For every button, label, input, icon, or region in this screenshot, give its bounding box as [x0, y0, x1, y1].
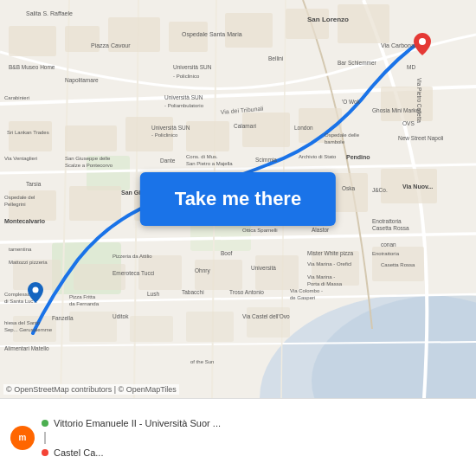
svg-text:Fanzella: Fanzella — [52, 315, 74, 321]
route-info: Vittorio Emanuele II - Università Suor .… — [42, 418, 466, 458]
svg-text:Uditok: Uditok — [113, 313, 129, 319]
svg-text:Cons. di Mus.: Cons. di Mus. — [186, 154, 218, 159]
svg-text:Via Pietro Colletta: Via Pietro Colletta — [416, 78, 422, 123]
origin-pin — [28, 282, 43, 303]
svg-text:Scalze a Pontecorvo: Scalze a Pontecorvo — [65, 163, 113, 168]
svg-text:da Fernanda: da Fernanda — [69, 301, 100, 306]
svg-text:Mattozzi pizzeria: Mattozzi pizzeria — [9, 260, 48, 265]
svg-point-134 — [33, 287, 39, 293]
map-attribution: © OpenStreetMap contributors | © OpenMap… — [3, 384, 179, 395]
svg-text:Scimmia: Scimmia — [255, 157, 277, 163]
svg-text:Ohnry: Ohnry — [195, 267, 210, 274]
svg-text:Via Nuov...: Via Nuov... — [402, 183, 433, 190]
svg-rect-22 — [9, 121, 52, 151]
svg-text:Università SUN: Università SUN — [164, 94, 203, 100]
svg-text:de Gasperi: de Gasperi — [290, 295, 315, 300]
destination-pin — [414, 33, 431, 55]
svg-text:MD: MD — [407, 64, 415, 70]
svg-text:Mister White pizza: Mister White pizza — [307, 250, 353, 257]
svg-text:Carabinieri: Carabinieri — [4, 95, 29, 100]
svg-text:Enotrattoria: Enotrattoria — [372, 251, 400, 256]
destination-dot — [42, 449, 48, 456]
svg-rect-15 — [9, 26, 56, 56]
svg-text:Via Marina - Oreficl: Via Marina - Oreficl — [307, 261, 351, 267]
svg-text:Lush: Lush — [147, 291, 159, 297]
svg-text:Emeroteca Tucci: Emeroteca Tucci — [113, 270, 154, 276]
svg-text:conan: conan — [381, 241, 396, 248]
svg-point-133 — [419, 38, 426, 45]
svg-text:Pizzeria da Attilio: Pizzeria da Attilio — [113, 254, 152, 259]
moovit-logo-icon: m — [10, 426, 35, 450]
bottom-bar: m Vittorio Emanuele II - Università Suor… — [0, 398, 476, 476]
svg-text:Via Marina -: Via Marina - — [307, 274, 335, 280]
svg-rect-28 — [381, 87, 433, 121]
moovit-logo: m — [10, 426, 35, 450]
svg-rect-25 — [186, 121, 229, 151]
svg-text:Sri Lankan Trades: Sri Lankan Trades — [7, 130, 49, 135]
svg-text:San Pietro a Majella: San Pietro a Majella — [186, 161, 233, 166]
svg-text:hiesa del Santo: hiesa del Santo — [4, 320, 41, 325]
svg-rect-30 — [69, 186, 121, 221]
svg-text:Troso Antonio: Troso Antonio — [229, 289, 264, 295]
svg-rect-44 — [69, 312, 117, 342]
svg-text:San Giuseppe delle: San Giuseppe delle — [65, 156, 111, 161]
svg-text:'O Wok: 'O Wok — [342, 99, 361, 105]
svg-text:- Policlinico: - Policlinico — [151, 132, 178, 138]
svg-text:Via Ventaglieri: Via Ventaglieri — [4, 156, 37, 161]
svg-text:Pizza Fritta: Pizza Fritta — [69, 294, 96, 299]
svg-rect-40 — [255, 255, 299, 290]
svg-text:Università SUN: Università SUN — [151, 125, 190, 131]
svg-text:Boof: Boof — [221, 250, 233, 256]
svg-rect-47 — [247, 307, 290, 338]
svg-text:London: London — [294, 125, 313, 131]
svg-rect-21 — [338, 4, 389, 43]
svg-rect-19 — [225, 13, 273, 48]
svg-text:Oska: Oska — [342, 185, 356, 191]
svg-text:San Lorenzo: San Lorenzo — [307, 16, 349, 23]
svg-text:OVS: OVS — [402, 120, 415, 126]
svg-text:bambole: bambole — [325, 139, 345, 145]
svg-text:Ospedale del: Ospedale del — [4, 195, 35, 200]
svg-text:Ospedale delle: Ospedale delle — [325, 132, 360, 138]
svg-text:Porta di Massa: Porta di Massa — [307, 281, 343, 286]
svg-text:Bellini: Bellini — [268, 55, 283, 61]
svg-text:J&Co.: J&Co. — [372, 187, 388, 193]
svg-text:Napolitamare: Napolitamare — [65, 77, 99, 84]
svg-text:Tarsia: Tarsia — [26, 181, 42, 187]
route-connector-line — [44, 432, 46, 444]
svg-text:tamentina: tamentina — [9, 247, 32, 252]
svg-text:Università: Università — [251, 265, 276, 271]
svg-text:of the Sun: of the Sun — [190, 359, 214, 364]
svg-text:Via Colombo -: Via Colombo - — [290, 288, 323, 293]
svg-text:Sep... Gerusalemme: Sep... Gerusalemme — [4, 327, 53, 332]
svg-rect-23 — [65, 125, 117, 151]
origin-dot — [42, 420, 48, 427]
svg-text:Università SUN: Università SUN — [173, 64, 212, 70]
svg-text:Dante: Dante — [160, 158, 176, 164]
svg-text:New Street Napoli: New Street Napoli — [398, 135, 443, 142]
svg-text:Pellegrini: Pellegrini — [4, 202, 26, 207]
take-me-there-button[interactable]: Take me there — [140, 172, 336, 226]
svg-text:m: m — [19, 433, 27, 442]
svg-text:Salita S. Raffaele: Salita S. Raffaele — [26, 10, 73, 16]
svg-text:Ospedale Santa Maria: Ospedale Santa Maria — [182, 31, 242, 38]
svg-text:Casetta Rossa: Casetta Rossa — [372, 225, 409, 231]
svg-text:Ghosia Mini Market: Ghosia Mini Market — [372, 107, 421, 113]
svg-rect-41 — [312, 251, 359, 286]
svg-rect-39 — [195, 260, 242, 290]
svg-text:Calamari: Calamari — [234, 123, 256, 129]
svg-rect-26 — [242, 113, 290, 147]
svg-text:Casetta Rossa: Casetta Rossa — [381, 262, 415, 267]
svg-text:Alimentari Matello: Alimentari Matello — [4, 345, 49, 351]
svg-rect-4 — [87, 156, 130, 190]
svg-rect-20 — [286, 9, 329, 39]
svg-rect-46 — [186, 312, 234, 342]
svg-rect-45 — [130, 316, 173, 342]
svg-text:Archivio di Stato: Archivio di Stato — [299, 154, 337, 159]
svg-text:- Poliambulatorio: - Poliambulatorio — [164, 103, 204, 108]
svg-text:Ottica Sparnelli: Ottica Sparnelli — [242, 228, 278, 233]
svg-text:Pendino: Pendino — [346, 154, 370, 160]
svg-text:Montecalvario: Montecalvario — [4, 218, 45, 224]
svg-text:Alastor: Alastor — [312, 227, 330, 233]
route-to-label: Castel Ca... — [54, 447, 103, 458]
